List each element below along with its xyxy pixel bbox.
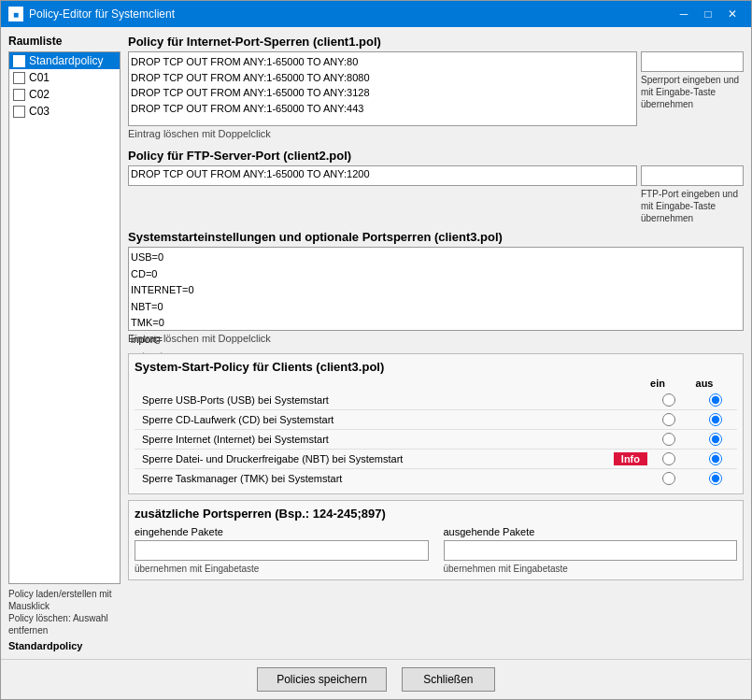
system-entry[interactable]: TMK=0 bbox=[131, 315, 741, 332]
main-window: ■ Policy-Editor für Systemclient ─ □ ✕ R… bbox=[0, 0, 752, 700]
sidebar-label-c03: C03 bbox=[29, 105, 50, 118]
ein-radio-0[interactable] bbox=[662, 393, 675, 407]
internet-delete-hint: Eintrag löschen mit Doppelclick bbox=[128, 128, 744, 139]
sidebar-footer: Policy laden/erstellen mit MausklickPoli… bbox=[8, 588, 121, 636]
system-list[interactable]: USB=0CD=0INTERNET=0NBT=0TMK=0inport=outp… bbox=[128, 247, 744, 331]
sidebar-checkbox-c03 bbox=[13, 106, 25, 118]
internet-section-body: DROP TCP OUT FROM ANY:1-65000 TO ANY:80D… bbox=[128, 51, 744, 126]
minimize-button[interactable]: ─ bbox=[673, 5, 695, 23]
sidebar-checkbox-c02 bbox=[13, 89, 25, 101]
sidebar-item-standardpolicy[interactable]: ✓Standardpolicy bbox=[9, 52, 120, 69]
policy-section-title: System-Start-Policy für Clients (client3… bbox=[135, 360, 737, 374]
ein-radio-1[interactable] bbox=[662, 413, 675, 426]
ftp-title: Policy für FTP-Server-Port (client2.pol) bbox=[128, 149, 744, 163]
aus-radio-3[interactable] bbox=[709, 452, 722, 465]
outgoing-hint: übernehmen mit Eingabetaste bbox=[444, 564, 738, 574]
ein-radio-4[interactable] bbox=[662, 472, 675, 485]
policy-header: ein aus bbox=[135, 378, 737, 389]
system-entry[interactable]: CD=0 bbox=[131, 266, 741, 283]
sidebar-item-c03[interactable]: C03 bbox=[9, 103, 120, 120]
internet-port-list[interactable]: DROP TCP OUT FROM ANY:1-65000 TO ANY:80D… bbox=[128, 51, 637, 126]
policy-row-2: Sperre Internet (Internet) bei Systemsta… bbox=[135, 430, 737, 450]
ein-radio-2[interactable] bbox=[662, 433, 675, 446]
internet-port-section: Policy für Internet-Port-Sperren (client… bbox=[128, 35, 744, 143]
info-button-3[interactable]: Info bbox=[614, 452, 647, 465]
ftp-port-list[interactable]: DROP TCP OUT FROM ANY:1-65000 TO ANY:120… bbox=[128, 165, 637, 186]
sidebar-current: Standardpolicy bbox=[8, 640, 121, 651]
policy-section: System-Start-Policy für Clients (client3… bbox=[128, 353, 744, 494]
internet-entry[interactable]: DROP TCP OUT FROM ANY:1-65000 TO ANY:80 bbox=[131, 54, 634, 70]
sidebar-title: Raumliste bbox=[8, 35, 121, 48]
incoming-hint: übernehmen mit Eingabetaste bbox=[135, 564, 429, 574]
aus-header: aus bbox=[690, 378, 718, 389]
internet-entry[interactable]: DROP TCP OUT FROM ANY:1-65000 TO ANY:443 bbox=[131, 101, 634, 117]
aus-radio-4[interactable] bbox=[709, 472, 722, 485]
sidebar-list: ✓StandardpolicyC01C02C03 bbox=[8, 51, 121, 584]
incoming-group: eingehende Pakete übernehmen mit Eingabe… bbox=[135, 526, 429, 574]
sidebar-item-c01[interactable]: C01 bbox=[9, 69, 120, 86]
window-icon: ■ bbox=[8, 7, 23, 21]
internet-port-input[interactable] bbox=[641, 51, 744, 72]
main-panel: Policy für Internet-Port-Sperren (client… bbox=[128, 35, 744, 651]
policy-rows: Sperre USB-Ports (USB) bei SystemstartSp… bbox=[135, 391, 737, 488]
policy-row-label-3: Sperre Datei- und Druckerfreigabe (NBT) … bbox=[135, 453, 614, 464]
close-button[interactable]: ✕ bbox=[721, 5, 744, 23]
outgoing-label: ausgehende Pakete bbox=[444, 526, 738, 537]
system-entry[interactable]: INTERNET=0 bbox=[131, 282, 741, 299]
bottom-bar: Policies speichern Schließen bbox=[1, 659, 751, 699]
system-section-title: Systemstarteinstellungen und optionale P… bbox=[128, 230, 744, 244]
outgoing-input[interactable] bbox=[444, 540, 738, 561]
window-title: Policy-Editor für Systemclient bbox=[29, 7, 175, 21]
aus-radio-0[interactable] bbox=[709, 393, 722, 407]
title-bar: ■ Policy-Editor für Systemclient ─ □ ✕ bbox=[1, 1, 751, 27]
outgoing-group: ausgehende Pakete übernehmen mit Eingabe… bbox=[444, 526, 738, 574]
system-entry[interactable]: NBT=0 bbox=[131, 299, 741, 316]
ftp-section-body: DROP TCP OUT FROM ANY:1-65000 TO ANY:120… bbox=[128, 165, 744, 224]
internet-entry[interactable]: DROP TCP OUT FROM ANY:1-65000 TO ANY:312… bbox=[131, 85, 634, 101]
system-entry[interactable]: USB=0 bbox=[131, 250, 741, 266]
sidebar-label-standardpolicy: Standardpolicy bbox=[29, 54, 103, 67]
ftp-left: DROP TCP OUT FROM ANY:1-65000 TO ANY:120… bbox=[128, 165, 637, 186]
title-bar-controls: ─ □ ✕ bbox=[673, 5, 744, 23]
radio-group-1 bbox=[655, 413, 730, 426]
policy-row-label-2: Sperre Internet (Internet) bei Systemsta… bbox=[135, 434, 655, 445]
ftp-entry[interactable]: DROP TCP OUT FROM ANY:1-65000 TO ANY:120… bbox=[131, 168, 634, 179]
sidebar-label-c01: C01 bbox=[29, 71, 50, 84]
policy-row-label-4: Sperre Taskmanager (TMK) bei Systemstart bbox=[135, 473, 655, 484]
sidebar-item-c02[interactable]: C02 bbox=[9, 86, 120, 103]
close-button-main[interactable]: Schließen bbox=[402, 667, 495, 692]
content-area: Raumliste ✓StandardpolicyC01C02C03 Polic… bbox=[1, 27, 751, 659]
policy-row-label-0: Sperre USB-Ports (USB) bei Systemstart bbox=[135, 394, 655, 406]
policy-row-0: Sperre USB-Ports (USB) bei Systemstart bbox=[135, 391, 737, 410]
ftp-input-area: FTP-Port eingeben und mit Eingabe-Taste … bbox=[641, 165, 744, 224]
maximize-button[interactable]: □ bbox=[697, 5, 719, 23]
ein-radio-3[interactable] bbox=[662, 452, 675, 465]
additional-section: zusätzliche Portsperren (Bsp.: 124-245;8… bbox=[128, 500, 744, 580]
internet-entry[interactable]: DROP TCP OUT FROM ANY:1-65000 TO ANY:808… bbox=[131, 70, 634, 86]
additional-title: zusätzliche Portsperren (Bsp.: 124-245;8… bbox=[135, 507, 737, 521]
incoming-label: eingehende Pakete bbox=[135, 526, 429, 537]
sidebar: Raumliste ✓StandardpolicyC01C02C03 Polic… bbox=[8, 35, 121, 651]
system-top: USB=0CD=0INTERNET=0NBT=0TMK=0inport=outp… bbox=[128, 247, 744, 331]
radio-group-3 bbox=[655, 452, 730, 465]
title-bar-left: ■ Policy-Editor für Systemclient bbox=[8, 7, 175, 21]
ftp-port-input[interactable] bbox=[641, 165, 744, 186]
policy-row-4: Sperre Taskmanager (TMK) bei Systemstart bbox=[135, 469, 737, 488]
policy-row-3: Sperre Datei- und Druckerfreigabe (NBT) … bbox=[135, 450, 737, 469]
additional-inputs: eingehende Pakete übernehmen mit Eingabe… bbox=[135, 526, 737, 574]
ftp-section: Policy für FTP-Server-Port (client2.pol)… bbox=[128, 149, 744, 224]
ftp-input-hint: FTP-Port eingeben und mit Eingabe-Taste … bbox=[641, 188, 744, 224]
aus-radio-2[interactable] bbox=[709, 433, 722, 446]
incoming-input[interactable] bbox=[135, 540, 429, 561]
sidebar-checkbox-standardpolicy: ✓ bbox=[13, 55, 25, 67]
ein-header: ein bbox=[644, 378, 672, 389]
system-section: Systemstarteinstellungen und optionale P… bbox=[128, 230, 744, 348]
internet-port-title: Policy für Internet-Port-Sperren (client… bbox=[128, 35, 744, 49]
radio-group-2 bbox=[655, 433, 730, 446]
radio-group-4 bbox=[655, 472, 730, 485]
internet-input-area: Sperrport eingeben und mit Eingabe-Taste… bbox=[641, 51, 744, 110]
aus-radio-1[interactable] bbox=[709, 413, 722, 426]
save-button[interactable]: Policies speichern bbox=[257, 667, 387, 692]
sidebar-checkbox-c01 bbox=[13, 72, 25, 84]
policy-row-1: Sperre CD-Laufwerk (CD) bei Systemstart bbox=[135, 410, 737, 430]
